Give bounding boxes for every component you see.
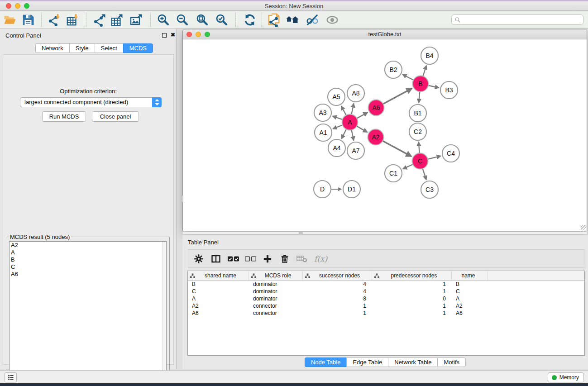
zoom-out-icon[interactable] — [174, 12, 191, 28]
task-history-button[interactable] — [5, 372, 17, 382]
columns-icon[interactable] — [209, 252, 223, 266]
node-table[interactable]: shared nameMCDS rolesuccessor nodesprede… — [187, 271, 585, 356]
export-network-icon[interactable] — [91, 12, 108, 28]
table-row[interactable]: Adominator80A — [188, 295, 584, 302]
zoom-in-icon[interactable] — [155, 12, 172, 28]
graph-node-A1[interactable]: A1 — [315, 124, 332, 141]
mcds-result-item[interactable]: A — [10, 249, 166, 256]
table-row[interactable]: Cdominator41C — [188, 288, 584, 295]
graph-node-A2[interactable]: A2 — [368, 129, 384, 145]
table-cell[interactable]: A2 — [452, 302, 488, 310]
run-mcds-button[interactable]: Run MCDS — [42, 111, 86, 122]
table-cell[interactable]: 8 — [303, 295, 372, 302]
table-cell[interactable]: C — [188, 288, 249, 295]
table-row[interactable]: A6connector11A6 — [188, 310, 584, 317]
settings-icon[interactable] — [192, 252, 206, 266]
close-panel-button[interactable]: Close panel — [92, 111, 139, 122]
hide-glasses-icon[interactable] — [304, 12, 320, 28]
mcds-result-list[interactable]: A2ABCA6 — [9, 241, 167, 386]
column-header-shared-name[interactable]: shared name — [188, 271, 249, 280]
list-scrollbar[interactable] — [163, 242, 166, 386]
tab-select[interactable]: Select — [95, 43, 123, 53]
table-cell[interactable]: B — [188, 281, 249, 288]
tab-edge-table[interactable]: Edge Table — [346, 357, 388, 367]
delete-table-icon[interactable] — [295, 252, 309, 266]
graph-node-A8[interactable]: A8 — [347, 85, 364, 102]
graph-node-B2[interactable]: B2 — [385, 61, 402, 78]
tab-mcds[interactable]: MCDS — [123, 43, 153, 53]
add-icon[interactable] — [261, 252, 274, 266]
network-view-window[interactable]: testGlobe.txt AA1A2A3A4A5A6A7A8BB1B2B3B4… — [182, 29, 587, 231]
graph-node-A3[interactable]: A3 — [314, 104, 331, 121]
graph-node-B[interactable]: B — [413, 76, 429, 92]
zoom-selected-icon[interactable] — [214, 12, 230, 28]
table-cell[interactable]: 1 — [372, 288, 452, 295]
graph-node-A5[interactable]: A5 — [328, 88, 345, 105]
mcds-result-item[interactable]: A6 — [10, 271, 166, 278]
criterion-dropdown[interactable]: largest connected component (directed) — [20, 97, 162, 107]
graph-node-A6[interactable]: A6 — [368, 100, 384, 116]
refresh-icon[interactable] — [242, 12, 258, 28]
graph-node-B1[interactable]: B1 — [409, 105, 426, 122]
function-icon[interactable]: f(x) — [312, 252, 329, 266]
delete-icon[interactable] — [278, 252, 292, 266]
column-header-successor-nodes[interactable]: successor nodes — [303, 271, 372, 280]
tab-node-table[interactable]: Node Table — [305, 357, 347, 367]
table-cell[interactable]: 0 — [372, 295, 452, 302]
zoom-fit-icon[interactable] — [194, 12, 210, 28]
table-cell[interactable]: connector — [249, 302, 303, 310]
table-cell[interactable]: 1 — [372, 302, 452, 310]
desktop-vertical-scrollbar[interactable] — [181, 195, 183, 202]
graph-node-B4[interactable]: B4 — [421, 47, 438, 64]
search-input[interactable] — [461, 17, 583, 23]
search-field[interactable] — [451, 14, 583, 25]
graph-node-A7[interactable]: A7 — [347, 142, 364, 159]
column-header-MCDS-role[interactable]: MCDS role — [249, 271, 303, 280]
select-all-icon[interactable] — [226, 252, 240, 266]
network-window-titlebar[interactable]: testGlobe.txt — [183, 29, 587, 39]
table-cell[interactable]: connector — [249, 310, 303, 317]
graph-node-B3[interactable]: B3 — [440, 81, 458, 99]
tab-style[interactable]: Style — [69, 43, 95, 53]
close-window-button[interactable] — [6, 3, 11, 9]
table-cell[interactable]: dominator — [249, 288, 303, 295]
tab-motifs[interactable]: Motifs — [437, 357, 466, 367]
float-panel-icon[interactable] — [162, 33, 167, 38]
tab-network[interactable]: Network — [35, 43, 69, 53]
table-cell[interactable]: B — [452, 281, 488, 288]
export-image-icon[interactable] — [128, 12, 144, 28]
table-cell[interactable]: 1 — [303, 302, 372, 310]
home-icon[interactable] — [284, 12, 301, 28]
save-session-icon[interactable] — [20, 12, 36, 28]
table-cell[interactable]: 1 — [372, 281, 452, 288]
network-graph-canvas[interactable]: AA1A2A3A4A5A6A7A8BB1B2B3B4CC1C2C3C4DD1 — [183, 39, 586, 231]
mcds-result-item[interactable]: B — [10, 256, 166, 263]
table-cell[interactable]: 1 — [303, 310, 372, 317]
tab-network-table[interactable]: Network Table — [388, 357, 437, 367]
table-cell[interactable]: A6 — [188, 310, 249, 317]
mcds-result-item[interactable]: C — [10, 263, 166, 271]
graph-node-C2[interactable]: C2 — [409, 123, 426, 140]
import-network-icon[interactable] — [46, 12, 62, 28]
deselect-all-icon[interactable] — [244, 252, 257, 266]
table-row[interactable]: A2connector11A2 — [188, 302, 584, 310]
mcds-result-item[interactable]: A2 — [10, 242, 166, 249]
maximize-window-button[interactable] — [24, 3, 29, 9]
maximize-network-window-button[interactable] — [205, 32, 210, 37]
table-cell[interactable]: A — [188, 295, 249, 302]
export-table-icon[interactable] — [109, 12, 125, 28]
graph-node-C4[interactable]: C4 — [442, 145, 459, 162]
close-network-window-button[interactable] — [186, 32, 192, 37]
import-table-icon[interactable] — [64, 12, 81, 28]
graph-node-A4[interactable]: A4 — [328, 139, 345, 157]
memory-button[interactable]: Memory — [548, 372, 584, 382]
table-cell[interactable]: 4 — [303, 288, 372, 295]
table-cell[interactable]: C — [452, 288, 488, 295]
minimize-network-window-button[interactable] — [196, 32, 201, 37]
graph-node-C1[interactable]: C1 — [385, 165, 402, 182]
close-panel-icon[interactable]: ✖ — [171, 32, 175, 38]
table-cell[interactable]: 1 — [372, 310, 452, 317]
graph-node-A[interactable]: A — [342, 114, 358, 130]
graph-node-D[interactable]: D — [314, 181, 331, 198]
table-cell[interactable]: A — [452, 295, 488, 302]
